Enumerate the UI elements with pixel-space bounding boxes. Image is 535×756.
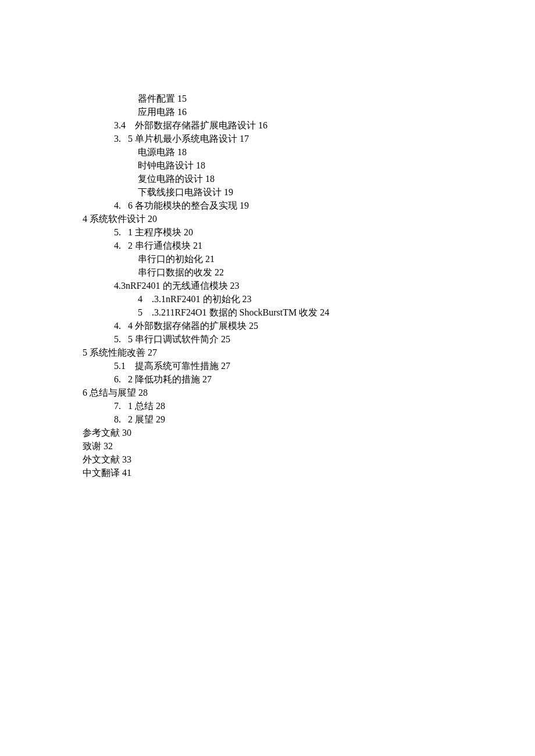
toc-line: 5 系统性能改善 27: [83, 346, 465, 359]
toc-line: 电源电路 18: [83, 145, 465, 159]
toc-line: 5. 1 主程序模块 20: [83, 225, 465, 239]
toc-line: 4. 4 外部数据存储器的扩展模块 25: [83, 319, 465, 332]
toc-line: 应用电路 16: [83, 105, 465, 119]
toc-line: 中文翻译 41: [83, 466, 465, 479]
toc-line: 4. 6 各功能模块的整合及实现 19: [83, 199, 465, 212]
toc-line: 外文文献 33: [83, 453, 465, 466]
toc-line: 4. 2 串行通信模块 21: [83, 239, 465, 252]
toc-line: 6 总结与展望 28: [83, 386, 465, 399]
toc-line: 参考文献 30: [83, 426, 465, 439]
toc-body: 器件配置 15应用电路 163.4 外部数据存储器扩展电路设计 163. 5 单…: [83, 92, 465, 479]
toc-line: 复位电路的设计 18: [83, 172, 465, 185]
document-page: 器件配置 15应用电路 163.4 外部数据存储器扩展电路设计 163. 5 单…: [0, 0, 535, 756]
toc-line: 5. 5 串行口调试软件简介 25: [83, 332, 465, 346]
toc-line: 4 .3.1nRF2401 的初始化 23: [83, 292, 465, 306]
toc-line: 致谢 32: [83, 439, 465, 453]
toc-line: 4.3nRF2401 的无线通信模块 23: [83, 279, 465, 292]
toc-line: 串行口的初始化 21: [83, 252, 465, 266]
toc-line: 3. 5 单片机最小系统电路设计 17: [83, 132, 465, 145]
toc-line: 器件配置 15: [83, 92, 465, 105]
toc-line: 8. 2 展望 29: [83, 413, 465, 426]
toc-line: 6. 2 降低功耗的措施 27: [83, 372, 465, 386]
toc-line: 4 系统软件设计 20: [83, 212, 465, 225]
toc-line: 串行口数据的收发 22: [83, 266, 465, 279]
toc-line: 5.1 提高系统可靠性措施 27: [83, 359, 465, 372]
toc-line: 下载线接口电路设计 19: [83, 185, 465, 199]
toc-line: 5 .3.211RF24O1 数据的 ShockBurstTM 收发 24: [83, 306, 465, 319]
toc-line: 时钟电路设计 18: [83, 159, 465, 172]
toc-line: 7. 1 总结 28: [83, 399, 465, 413]
toc-line: 3.4 外部数据存储器扩展电路设计 16: [83, 119, 465, 132]
